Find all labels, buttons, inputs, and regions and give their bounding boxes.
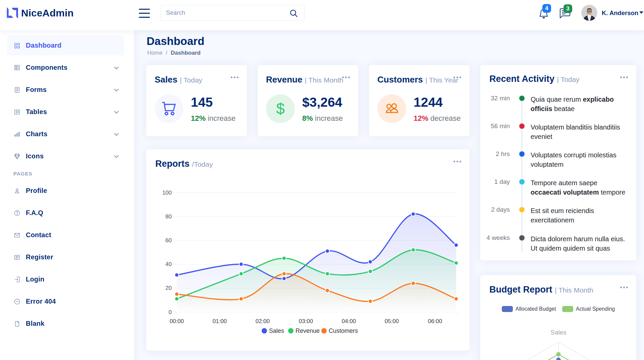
svg-text:00:00: 00:00 xyxy=(170,318,184,324)
svg-text:0: 0 xyxy=(169,309,172,315)
svg-text:Customers: Customers xyxy=(329,327,358,334)
svg-text:20: 20 xyxy=(165,285,172,291)
svg-text:05:00: 05:00 xyxy=(385,318,399,324)
svg-text:40: 40 xyxy=(165,261,172,267)
svg-text:Sales: Sales xyxy=(550,329,567,336)
svg-text:03:00: 03:00 xyxy=(299,318,313,324)
svg-text:02:00: 02:00 xyxy=(256,318,270,324)
svg-text:06:00: 06:00 xyxy=(428,318,442,324)
svg-text:80: 80 xyxy=(165,213,172,220)
svg-text:60: 60 xyxy=(165,237,172,244)
svg-text:01:00: 01:00 xyxy=(213,318,227,324)
svg-text:Revenue: Revenue xyxy=(296,327,320,334)
svg-text:04:00: 04:00 xyxy=(342,318,356,324)
svg-text:Sales: Sales xyxy=(269,327,284,334)
svg-text:100: 100 xyxy=(162,190,172,196)
